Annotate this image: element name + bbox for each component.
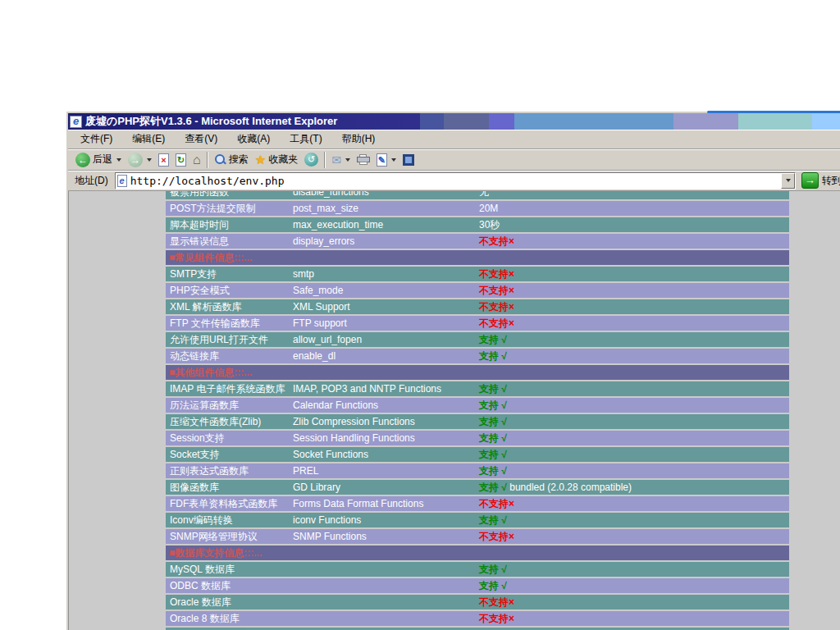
row-value: 不支持× — [475, 299, 789, 314]
address-bar: 地址(D) e http://localhost/env.php → 转到 — [68, 171, 840, 190]
table-row: 压缩文件函数库(Zlib)Zlib Compression Functions支… — [166, 414, 789, 429]
status-unsupported: 不支持× — [479, 285, 514, 296]
table-row: IMAP 电子邮件系统函数库IMAP, POP3 and NNTP Functi… — [166, 381, 789, 396]
row-label: POST方法提交限制 — [166, 201, 289, 216]
mail-button[interactable]: ✉ — [328, 151, 354, 169]
table-row: XML 解析函数库XML Support不支持× — [166, 299, 789, 314]
refresh-button[interactable]: ↻ — [172, 151, 189, 169]
go-button[interactable]: → — [801, 172, 819, 189]
history-button[interactable]: ↺ — [301, 151, 322, 169]
status-unsupported: 不支持× — [479, 235, 514, 247]
menu-bar: 文件(F) 编辑(E) 查看(V) 收藏(A) 工具(T) 帮助(H) — [68, 130, 840, 149]
table-row: FDF表单资料格式函数库Forms Data Format Functions不… — [166, 496, 789, 511]
value-text: 20M — [479, 203, 498, 214]
section-header-row: ■其他组件信息:::... — [166, 365, 789, 380]
row-key: iconv Functions — [289, 513, 475, 527]
row-label: Session支持 — [166, 431, 289, 445]
address-dropdown-button[interactable] — [781, 173, 795, 189]
row-key: FTP support — [289, 316, 475, 331]
forward-dropdown-icon[interactable] — [147, 158, 152, 162]
address-url[interactable]: http://localhost/env.php — [130, 175, 285, 187]
menu-edit[interactable]: 编辑(E) — [126, 130, 171, 148]
status-supported: 支持 √ — [479, 350, 507, 362]
forward-button[interactable]: → — [125, 151, 155, 169]
row-key: Session Handling Functions — [289, 431, 475, 445]
row-label: 脚本超时时间 — [166, 217, 289, 232]
menu-tools[interactable]: 工具(T) — [284, 130, 327, 148]
row-value: 支持 √ bundled (2.0.28 compatible) — [475, 480, 789, 495]
row-key: SNMP Functions — [289, 529, 475, 544]
row-value: 不支持× — [475, 611, 789, 626]
home-button[interactable]: ⌂ — [189, 151, 204, 169]
chevron-down-icon — [786, 179, 791, 182]
table-row: POST方法提交限制post_max_size20M — [166, 201, 789, 216]
table-row: Session支持Session Handling Functions支持 √ — [166, 431, 789, 445]
table-row: Socket支持Socket Functions支持 √ — [166, 447, 789, 462]
ie-logo-icon: e — [70, 116, 82, 128]
row-label: Oracle 8 数据库 — [166, 611, 289, 626]
status-unsupported: 不支持× — [479, 596, 514, 608]
address-input[interactable]: e http://localhost/env.php — [115, 172, 796, 189]
row-label: IMAP 电子邮件系统函数库 — [166, 381, 289, 396]
row-label: Iconv编码转换 — [166, 513, 289, 527]
row-key: PREL — [289, 463, 475, 478]
table-row: SMTP支持smtp不支持× — [166, 267, 789, 281]
favorites-button[interactable]: ★ 收藏夹 — [252, 151, 301, 169]
search-icon — [214, 153, 226, 166]
history-icon: ↺ — [304, 153, 318, 167]
back-button[interactable]: ← 后退 — [72, 151, 125, 169]
row-value: 支持 √ — [475, 332, 789, 347]
favorites-label: 收藏夹 — [268, 153, 298, 167]
table-row: 正则表达式函数库PREL支持 √ — [166, 463, 789, 478]
row-key: Socket Functions — [289, 447, 475, 462]
table-row: PHP安全模式Safe_mode不支持× — [166, 283, 789, 298]
stop-button[interactable]: × — [155, 151, 172, 169]
back-dropdown-icon[interactable] — [116, 158, 121, 162]
row-label: ODBC 数据库 — [166, 578, 289, 593]
menu-file[interactable]: 文件(F) — [75, 130, 118, 148]
row-value: 无 — [475, 190, 789, 199]
value-text: 无 — [479, 190, 489, 198]
mail-dropdown-icon[interactable] — [345, 158, 350, 162]
table-row: 被禁用的函数disable_functions无 — [166, 190, 789, 199]
menu-favorites[interactable]: 收藏(A) — [231, 130, 276, 148]
table-row: Oracle 数据库不支持× — [166, 595, 789, 609]
row-value: 支持 √ — [475, 578, 789, 593]
messenger-icon — [403, 154, 414, 166]
table-row: SNMP网络管理协议SNMP Functions不支持× — [166, 529, 789, 544]
table-row: Oracle 8 数据库不支持× — [166, 611, 789, 626]
favorites-star-icon: ★ — [255, 153, 266, 166]
row-label: MySQL 数据库 — [166, 562, 289, 577]
page-icon: e — [117, 175, 127, 187]
table-row: ODBC 数据库支持 √ — [166, 578, 789, 593]
status-unsupported: 不支持× — [479, 317, 514, 329]
status-supported: 支持 √ — [479, 580, 507, 591]
row-key — [289, 562, 475, 577]
toolbar: ← 后退 → × ↻ ⌂ 搜索 ★ 收藏夹 ↺ ✉ — [68, 149, 840, 171]
row-key — [289, 578, 475, 593]
status-supported: 支持 √ — [479, 383, 507, 395]
page-content: 被禁用的函数disable_functions无POST方法提交限制post_m… — [68, 190, 840, 630]
menu-help[interactable]: 帮助(H) — [336, 130, 381, 148]
menu-view[interactable]: 查看(V) — [179, 130, 223, 148]
row-value: 不支持× — [475, 234, 789, 249]
section-header-row: ■数据库支持信息:::... — [166, 546, 789, 560]
title-bar[interactable]: e 废墟のPHP探针V1.3.6 - Microsoft Internet Ex… — [68, 113, 840, 130]
value-text: 30秒 — [479, 219, 500, 231]
messenger-button[interactable] — [399, 151, 418, 169]
toolbar-separator — [207, 152, 208, 168]
status-supported: 支持 √ — [479, 399, 507, 411]
row-label: 动态链接库 — [166, 349, 289, 363]
print-button[interactable] — [354, 151, 373, 169]
row-value: 不支持× — [475, 496, 789, 511]
status-unsupported: 不支持× — [479, 498, 514, 509]
mail-icon: ✉ — [331, 153, 341, 167]
row-label: XML 解析函数库 — [166, 299, 289, 314]
edit-button[interactable]: ✎ — [373, 151, 399, 169]
row-value: 不支持× — [475, 267, 789, 281]
search-button[interactable]: 搜索 — [211, 151, 252, 169]
home-icon: ⌂ — [193, 153, 201, 167]
row-key: allow_url_fopen — [289, 332, 475, 347]
edit-dropdown-icon[interactable] — [391, 158, 396, 162]
row-key: disable_functions — [289, 190, 475, 199]
